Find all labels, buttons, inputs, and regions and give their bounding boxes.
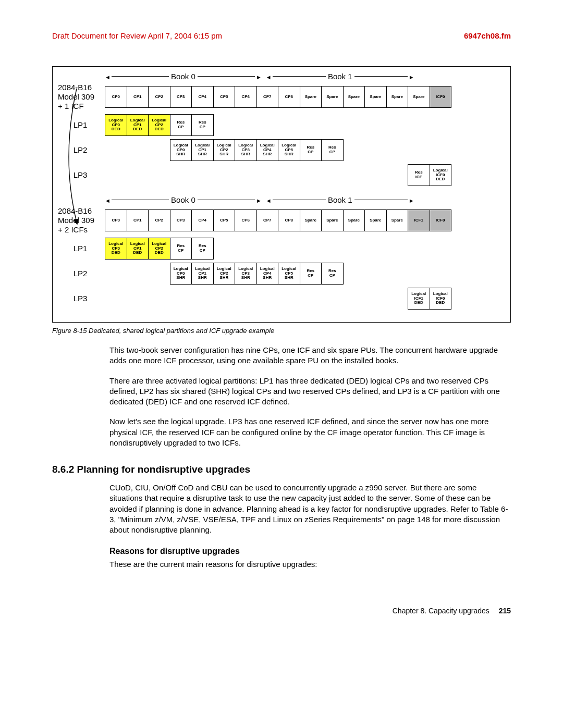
pu-cell: CP3 [170,86,192,108]
pu-cell: CP1 [127,209,149,231]
sub-heading-reasons: Reasons for disruptive upgrades [109,547,511,556]
config2-lp2-row: LP2 Logical CP0 SHRLogical CP1 SHRLogica… [58,263,505,285]
pu-cell: Spare [408,86,430,108]
paragraph-1: This two-book server configuration has n… [109,345,511,366]
pu-cell: CP8 [278,86,300,108]
sub-body: These are the current main reasons for d… [109,559,511,570]
book1-label: Book 1 [328,72,352,81]
pu-cell: Logical CP4 SHR [256,139,279,161]
pu-cell: CP1 [127,86,149,108]
pu-cell: CP7 [256,209,279,231]
pu-cell: Logical ICF1 DED [408,288,430,310]
config1-pu-row: 2084-B16 Model 309 + 1 ICF CP0CP1CP2CP3C… [58,83,505,111]
pu-cell: Logical CP2 DED [148,238,170,260]
pu-cell: ICF0 [430,209,452,231]
pu-cell: CP5 [213,209,236,231]
book0-label-2: Book 0 [171,195,195,204]
pu-cell: Logical CP1 DED [127,238,149,260]
page-number: 215 [499,607,511,615]
pu-cell: ICF0 [430,86,452,108]
pu-cell: Logical CP2 DED [148,114,170,136]
pu-cell: Spare [343,86,365,108]
config2-lp1-row: LP1 Logical CP0 DEDLogical CP1 DEDLogica… [58,238,505,260]
pu-cell: Res ICF [408,164,430,186]
pu-cell: Logical ICF0 DED [430,288,452,310]
chapter-label: Chapter 8. Capacity upgrades [393,607,489,615]
pu-cell: CP3 [170,209,192,231]
pu-cell: CP4 [191,209,214,231]
pu-cell: CP0 [105,86,127,108]
pu-cell: Spare [321,209,344,231]
page-header: Draft Document for Review April 7, 2004 … [52,31,511,40]
pu-cell: Spare [343,209,365,231]
config2-pu-row: 2084-B16 Model 309 + 2 ICFs CP0CP1CP2CP3… [58,206,505,235]
pu-cell: Logical CP2 SHR [213,139,236,161]
pu-cell: CP6 [235,209,257,231]
book0-label: Book 0 [171,72,195,81]
pu-cell: Logical CP2 SHR [213,263,236,285]
book-labels-1: Book 0 Book 1 [105,72,505,81]
pu-cell: Spare [300,86,322,108]
pu-cell: CP0 [105,209,127,231]
pu-cell: Logical CP5 SHR [278,263,300,285]
pu-cell: Res CP [321,263,344,285]
pu-cell: Res CP [170,238,192,260]
lp3-label-2: LP3 [58,294,105,303]
pu-cell: Res CP [300,139,322,161]
file-label: 6947ch08.fm [464,31,511,40]
pu-cell: Spare [386,86,409,108]
section-heading-8-6-2: 8.6.2 Planning for nondisruptive upgrade… [52,464,511,475]
pu-cell: Spare [386,209,409,231]
pu-cell: Logical CP0 DED [105,114,127,136]
pu-cell: CP5 [213,86,236,108]
pu-cell: Logical CP4 SHR [256,263,279,285]
config1-lp3-row: LP3 Res ICFLogical ICF0 DED [58,164,505,186]
pu-cell: Res CP [300,263,322,285]
pu-cell: Spare [300,209,322,231]
paragraph-2: There are three activated logical partit… [109,376,511,408]
pu-cell: Logical ICF0 DED [430,164,452,186]
pu-cell: Res CP [170,114,192,136]
upgrade-arrow-icon [56,85,101,231]
section-body: CUoD, CIU, On/Off CoD and CBU can be use… [109,483,511,535]
pu-cell: Logical CP1 DED [127,114,149,136]
pu-cell: Logical CP3 SHR [235,139,257,161]
lp1-label-2: LP1 [58,244,105,253]
pu-cell: Res CP [321,139,344,161]
pu-cell: CP7 [256,86,279,108]
pu-cell: Logical CP1 SHR [191,263,214,285]
lp2-label-2: LP2 [58,269,105,278]
pu-cell: Spare [364,86,387,108]
pu-cell: Res CP [191,238,214,260]
pu-cell: Logical CP5 SHR [278,139,300,161]
pu-cell: CP6 [235,86,257,108]
pu-cell: Spare [364,209,387,231]
config1-lp2-row: LP2 Logical CP0 SHRLogical CP1 SHRLogica… [58,139,505,161]
pu-cell: ICF1 [408,209,430,231]
figure-8-15: Book 0 Book 1 2084-B16 Model 309 + 1 ICF… [52,66,511,323]
pu-cell: CP4 [191,86,214,108]
figure-caption: Figure 8-15 Dedicated, shared logical pa… [52,327,511,335]
pu-cell: Logical CP0 DED [105,238,127,260]
pu-cell: Logical CP3 SHR [235,263,257,285]
pu-cell: Spare [321,86,344,108]
page-footer: Chapter 8. Capacity upgrades 215 [52,607,511,615]
paragraph-3: Now let's see the logical upgrade. LP3 h… [109,416,511,448]
draft-label: Draft Document for Review April 7, 2004 … [52,31,222,40]
book-labels-2: Book 0 Book 1 [105,195,505,204]
book1-label-2: Book 1 [328,195,352,204]
config2-lp3-row: LP3 Logical ICF1 DEDLogical ICF0 DED [58,288,505,310]
pu-cell: CP2 [148,209,170,231]
pu-cell: Logical CP0 SHR [170,139,192,161]
config1-lp1-row: LP1 Logical CP0 DEDLogical CP1 DEDLogica… [58,114,505,136]
pu-cell: CP8 [278,209,300,231]
pu-cell: Logical CP0 SHR [170,263,192,285]
pu-cell: Logical CP1 SHR [191,139,214,161]
pu-cell: Res CP [191,114,214,136]
pu-cell: CP2 [148,86,170,108]
